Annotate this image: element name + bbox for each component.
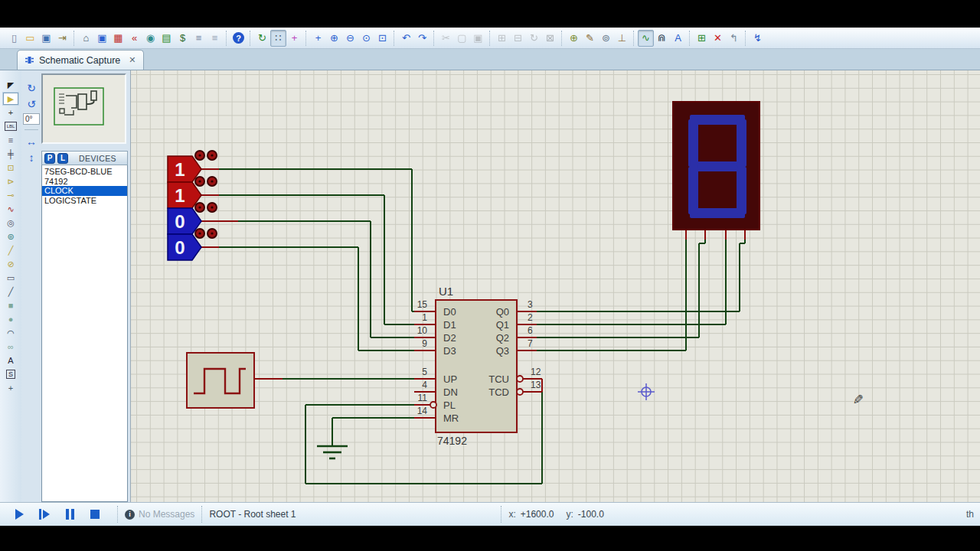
overview-window[interactable]	[41, 73, 126, 144]
rotate-clockwise-button[interactable]: ↻	[24, 81, 39, 94]
junction-dot-mode-tool[interactable]: +	[3, 106, 18, 119]
block-move-button[interactable]: ⊟	[510, 30, 526, 47]
2d-text-mode-tool[interactable]: A	[3, 354, 18, 367]
toggle-grid-button[interactable]: ∷	[270, 30, 286, 47]
2d-circle-mode-tool[interactable]: ●	[3, 313, 18, 325]
text-script-mode-tool[interactable]: ≡	[3, 134, 18, 146]
coord-y-value: -100.0	[578, 509, 604, 520]
ic-74192[interactable]: U17419215110954111432671213D0D1D2D3UPDNP…	[417, 285, 541, 447]
virtual-instruments-mode-tool[interactable]: ▭	[3, 272, 18, 284]
import-project-button[interactable]: ⇥	[54, 30, 70, 47]
device-item-clock[interactable]: CLOCK	[42, 186, 127, 196]
packaging-tool-button[interactable]: ⊚	[598, 30, 614, 47]
stop-simulation-button[interactable]	[85, 507, 105, 522]
undo-button[interactable]: ↶	[398, 30, 414, 47]
zoom-all-button[interactable]: ⊙	[358, 30, 374, 47]
svg-text:D3: D3	[443, 345, 456, 357]
seven-segment-display-digit-8[interactable]	[673, 102, 760, 230]
generator-mode-tool[interactable]: ⊚	[3, 230, 18, 243]
pick-devices-button[interactable]: P	[44, 153, 55, 164]
2d-markers-mode-tool[interactable]: +	[3, 382, 18, 394]
terminals-mode-tool[interactable]: ⊳	[3, 175, 18, 187]
mode-toolbox: ◤▶+LBL≡╪⊡⊳⊸∿◎⊚╱⊘▭╱■●◠∞AS+	[0, 70, 21, 502]
redo-button[interactable]: ↷	[414, 30, 430, 47]
2d-arc-mode-tool[interactable]: ◠	[3, 327, 18, 339]
toolbar-separator	[305, 31, 307, 46]
3d-visualizer-button[interactable]: «	[126, 30, 142, 47]
electrical-rules-check-button[interactable]: ↯	[750, 30, 766, 47]
tab-schematic-capture[interactable]: Schematic Capture ✕	[17, 50, 144, 70]
svg-text:14: 14	[417, 406, 428, 416]
voltage-probe-mode-tool[interactable]: ╱	[3, 244, 18, 256]
simulation-log-button[interactable]: ≡	[191, 30, 207, 47]
remove-sheet-button[interactable]: ✕	[710, 30, 726, 47]
save-project-button[interactable]: ▣	[38, 30, 54, 47]
2d-path-mode-tool[interactable]: ∞	[3, 341, 18, 353]
goto-sheet-button[interactable]: ↰	[726, 30, 742, 47]
wire-autorouter-button[interactable]: ∿	[638, 30, 654, 47]
vertical-mirror-button[interactable]: ↕	[24, 151, 39, 164]
rotate-anticlockwise-button[interactable]: ↺	[24, 97, 39, 110]
help-button[interactable]: ?	[230, 30, 247, 47]
2d-symbols-mode-tool[interactable]: S	[3, 368, 18, 380]
zoom-out-button[interactable]: ⊖	[342, 30, 358, 47]
open-project-button[interactable]: ▭	[22, 30, 38, 47]
device-item-logicstate[interactable]: LOGICSTATE	[42, 196, 127, 206]
schematic-editor-canvas[interactable]: U17419215110954111432671213D0D1D2D3UPDNP…	[130, 70, 980, 502]
block-delete-button[interactable]: ⊠	[542, 30, 558, 47]
paste-button[interactable]: ▣	[470, 30, 486, 47]
refresh-display-button[interactable]: ↻	[254, 30, 270, 47]
decompose-button[interactable]: ⊥	[614, 30, 630, 47]
graph-mode-tool[interactable]: ∿	[3, 203, 18, 215]
bill-of-materials-button[interactable]: $	[175, 30, 191, 47]
2d-line-mode-tool[interactable]: ╱	[3, 285, 18, 298]
subcircuit-mode-tool[interactable]: ⊡	[3, 161, 18, 174]
clock-generator[interactable]	[187, 353, 254, 408]
current-probe-mode-tool[interactable]: ⊘	[3, 258, 18, 270]
ground-symbol[interactable]	[317, 446, 348, 458]
schematic-drawing[interactable]: U17419215110954111432671213D0D1D2D3UPDNP…	[131, 70, 980, 502]
step-simulation-button[interactable]	[34, 507, 54, 522]
zoom-in-button[interactable]: ⊕	[326, 30, 342, 47]
tab-close-icon[interactable]: ✕	[129, 55, 136, 65]
design-explorer-button[interactable]: ▤	[158, 30, 175, 47]
pick-parts-button[interactable]: ⊕	[566, 30, 582, 47]
pause-simulation-button[interactable]	[60, 507, 80, 522]
report-button[interactable]: ≡	[207, 30, 223, 47]
false-origin-button[interactable]: +	[286, 30, 302, 47]
device-item-7seg-bcd-blue[interactable]: 7SEG-BCD-BLUE	[42, 167, 127, 177]
zoom-area-button[interactable]: ⊡	[374, 30, 390, 47]
new-project-button[interactable]: ▯	[6, 30, 22, 47]
horizontal-mirror-button[interactable]: ↔	[24, 135, 39, 148]
selection-mode-tool[interactable]: ◤	[3, 79, 18, 91]
block-rotate-button[interactable]: ↻	[526, 30, 542, 47]
gerber-viewer-button[interactable]: ◉	[142, 30, 158, 47]
property-assignment-button[interactable]: A	[670, 30, 686, 47]
pcb-layout-button[interactable]: ▦	[110, 30, 126, 47]
library-manager-button[interactable]: L	[57, 153, 68, 164]
home-page-button[interactable]: ⌂	[78, 30, 94, 47]
center-at-cursor-button[interactable]: +	[310, 30, 326, 47]
svg-text:1: 1	[422, 312, 427, 323]
play-simulation-button[interactable]	[9, 507, 29, 522]
toolbar-separator	[74, 31, 75, 46]
make-device-button[interactable]: ✎	[582, 30, 598, 47]
rotation-angle-field[interactable]: 0°	[23, 113, 40, 125]
component-mode-tool[interactable]: ▶	[3, 93, 18, 105]
sheet-selector[interactable]: ROOT - Root sheet 1	[209, 509, 494, 520]
buses-mode-tool[interactable]: ╪	[3, 148, 18, 160]
tape-recorder-mode-tool[interactable]: ◎	[3, 217, 18, 229]
block-copy-button[interactable]: ⊞	[494, 30, 510, 47]
search-tag-button[interactable]: ⋒	[654, 30, 670, 47]
toolbar-separator	[394, 31, 395, 46]
wire-label-mode-tool[interactable]: LBL	[3, 120, 18, 132]
copy-button[interactable]: ▢	[454, 30, 470, 47]
device-pins-mode-tool[interactable]: ⊸	[3, 189, 18, 201]
new-root-sheet-button[interactable]: ⊞	[694, 30, 710, 47]
schematic-capture-button[interactable]: ▣	[94, 30, 110, 47]
2d-box-mode-tool[interactable]: ■	[3, 299, 18, 311]
cut-button[interactable]: ✂	[438, 30, 454, 47]
device-list[interactable]: 7SEG-BCD-BLUE74192CLOCKLOGICSTATE	[41, 165, 128, 502]
separator	[201, 506, 202, 523]
device-item-74192[interactable]: 74192	[42, 177, 127, 187]
